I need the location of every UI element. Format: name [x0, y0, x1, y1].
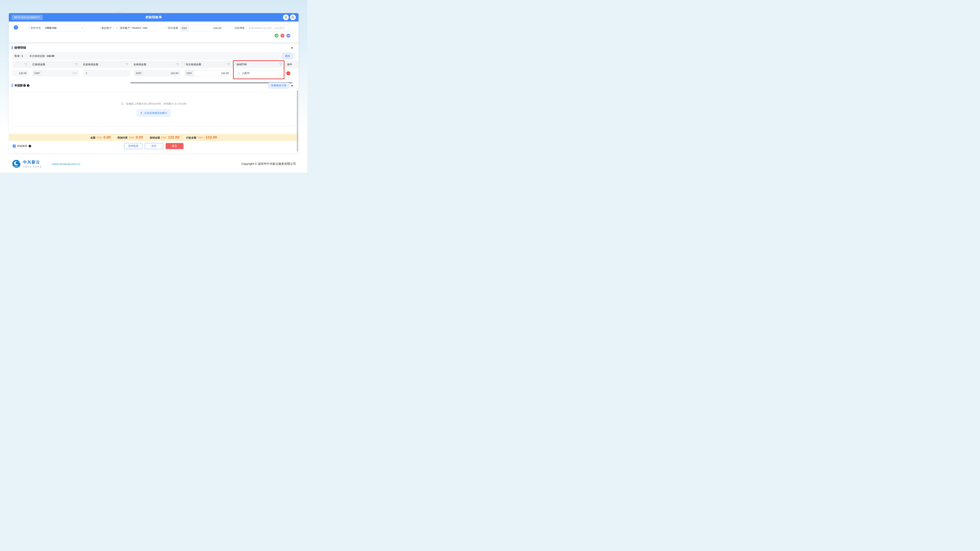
summary-value: 0.00: [103, 135, 111, 140]
summary-currency: CNY: [97, 136, 102, 139]
currency-prefix: CNY: [185, 70, 194, 76]
copy-row-button[interactable]: [275, 34, 278, 38]
brand-name: 中兴新云: [23, 159, 42, 165]
payment-amount-value: -132.00: [189, 27, 223, 30]
summary-travel-settlement: 商旅结算 CNY 0.00: [118, 135, 143, 140]
title-accent-bar: [12, 84, 13, 87]
website-link[interactable]: www.ztccloud.com.cn: [52, 162, 80, 165]
table-row: 132.00 CNY 0.00 0 CNY 132.00 CNY: [13, 68, 299, 78]
collapse-row-button[interactable]: [286, 34, 290, 38]
flow-predict-button[interactable]: 流程预测: [124, 143, 142, 149]
collapse-writeoff-icon[interactable]: [291, 47, 293, 48]
vertical-scrollbar[interactable]: [297, 90, 298, 152]
summary-payment-amount: 付款金额 CNY -132.00: [186, 135, 217, 140]
summary-value: -132.00: [204, 135, 217, 140]
collapse-images-icon[interactable]: [291, 85, 293, 86]
save-button[interactable]: 保存: [145, 143, 163, 149]
flow-log-button[interactable]: [283, 14, 289, 20]
payee-account-field: 收款账户 演示账户 / Test001 / 444: [95, 25, 156, 31]
col-label: 未核销金额: [134, 63, 146, 66]
payee-account-label: 收款账户: [95, 26, 114, 30]
row-index-badge: 1: [14, 25, 18, 30]
col-header-currency: 核销币种: [232, 61, 285, 68]
delete-button[interactable]: 删除: [282, 53, 293, 59]
filter-icon[interactable]: [227, 63, 230, 66]
cell-value: 人民币: [242, 71, 250, 75]
title-accent-bar: [12, 46, 13, 49]
filter-icon[interactable]: [279, 63, 282, 66]
minus-icon: [282, 35, 283, 36]
current-amount-cell[interactable]: CNY 132.00: [185, 70, 231, 76]
cell-value: 132.00: [143, 72, 180, 75]
copy-icon: [275, 35, 278, 37]
payment-method-value: X网银转账: [45, 26, 57, 30]
brand-logo-block: 中兴新云 中国企业 全球梦想: [12, 159, 42, 168]
col-label: 操作: [287, 63, 292, 66]
summary-amount: 金额 CNY 0.00: [91, 135, 111, 140]
search-icon: [238, 72, 240, 75]
payment-method-select[interactable]: X网银转账: [43, 25, 86, 31]
chevron-down-icon: [81, 27, 84, 29]
list-arrow-icon: [285, 16, 287, 19]
col-label: 本次核销金额: [184, 63, 201, 66]
payment-section: 1 支付方式 X网银转账 收款账户 演示账户 / Test00: [9, 22, 299, 42]
currency-prefix: CNY: [180, 25, 189, 31]
payment-amount-field: 支付金额 CNY -132.00: [160, 25, 223, 31]
writeoff-stats-bar: 数量: 1 本次核销金额: 132.00 删除: [12, 52, 296, 60]
payment-amount-input[interactable]: CNY -132.00: [180, 25, 223, 31]
writeoff-title-row: 核销明细: [9, 44, 299, 51]
upload-button[interactable]: 点击或拖拽添加图片: [137, 110, 170, 117]
count-label: 数量:: [14, 54, 21, 58]
images-title: 单据影像: [14, 84, 26, 87]
current-amount-label: 本次核销金额:: [29, 54, 46, 58]
table-header-row: 已核销金额 在途核销金额 未核销金额 本次核销金额: [13, 61, 299, 68]
col-header-unsettled: 未核销金额: [131, 61, 182, 68]
col-header-operations: 操作: [285, 61, 299, 68]
payment-purpose-input[interactable]: [247, 25, 289, 31]
payment-method-field: 支付方式 X网银转账: [20, 25, 86, 31]
currency-select-cell[interactable]: 人民币: [236, 70, 282, 76]
summary-label: 付款金额: [186, 136, 196, 140]
payee-account-input[interactable]: 演示账户 / Test001 / 444: [114, 25, 156, 31]
summary-label: 商旅结算: [118, 136, 127, 140]
page-footer: 中兴新云 中国企业 全球梦想 www.ztccloud.com.cn Copyr…: [9, 156, 299, 171]
col-header-current: 本次核销金额: [182, 61, 232, 68]
filter-icon[interactable]: [126, 63, 128, 66]
col-header-scrolled: [13, 61, 30, 68]
currency-prefix: CNY: [33, 70, 41, 76]
writeoff-table: 已核销金额 在途核销金额 未核销金额 本次核销金额: [13, 61, 299, 78]
writeoff-section: 核销明细 数量: 1 本次核销金额: 132.00 删除 已核销金额: [9, 44, 299, 78]
zoom-in-button[interactable]: [290, 14, 296, 20]
payment-row-actions: [275, 34, 290, 38]
col-header-settled: 已核销金额: [30, 61, 80, 68]
cell-value: 132.00: [13, 72, 29, 75]
search-icon: [116, 27, 118, 29]
settled-cny-cell: CNY 0.00: [33, 70, 79, 76]
info-icon: i: [27, 84, 29, 87]
zoom-in-icon: [291, 16, 294, 19]
autosave-label: 自动保存: [17, 144, 27, 148]
section-divider: [9, 42, 299, 44]
payee-account-value: 演示账户 / Test001 / 444: [120, 26, 147, 30]
expense-form-card: BFJT-GX1324060477 差旅报账单: [9, 13, 299, 153]
image-upload-dropzone[interactable]: 注：影像区上传图片的上限为300张，单张图片大小为10M 点击或拖拽添加图片: [12, 92, 295, 126]
page: Test001 高霞Test001 高霞Test001 Test001 高霞Te…: [0, 0, 307, 173]
payment-method-label: 支付方式: [20, 26, 43, 30]
copyright-text: Copyright © 深圳市中兴新云服务有限公司: [241, 162, 296, 166]
submit-button[interactable]: 提交: [165, 143, 183, 149]
image-history-button[interactable]: 影像修改记录: [268, 83, 289, 88]
settled-amount-cell: 132.00: [13, 70, 29, 76]
autosave-checkbox[interactable]: [13, 144, 16, 148]
filter-icon[interactable]: [24, 63, 27, 66]
delete-row-button[interactable]: [286, 71, 290, 75]
images-title-row: 单据影像 i 影像修改记录: [9, 82, 299, 89]
images-section: 单据影像 i 影像修改记录 注：影像区上传图片的上限为300张，单张图片大小为1…: [9, 82, 299, 126]
count-value: 1: [22, 54, 23, 57]
writeoff-title: 核销明细: [14, 46, 26, 49]
filter-icon[interactable]: [177, 63, 179, 66]
summary-currency: CNY: [129, 136, 135, 139]
filter-icon[interactable]: [75, 63, 78, 66]
totals-summary-bar: 金额 CNY 0.00 商旅结算 CNY 0.00 核销金额 CNY 132.0…: [9, 134, 299, 141]
remove-row-button[interactable]: [280, 34, 285, 38]
summary-value: 132.00: [168, 135, 179, 140]
